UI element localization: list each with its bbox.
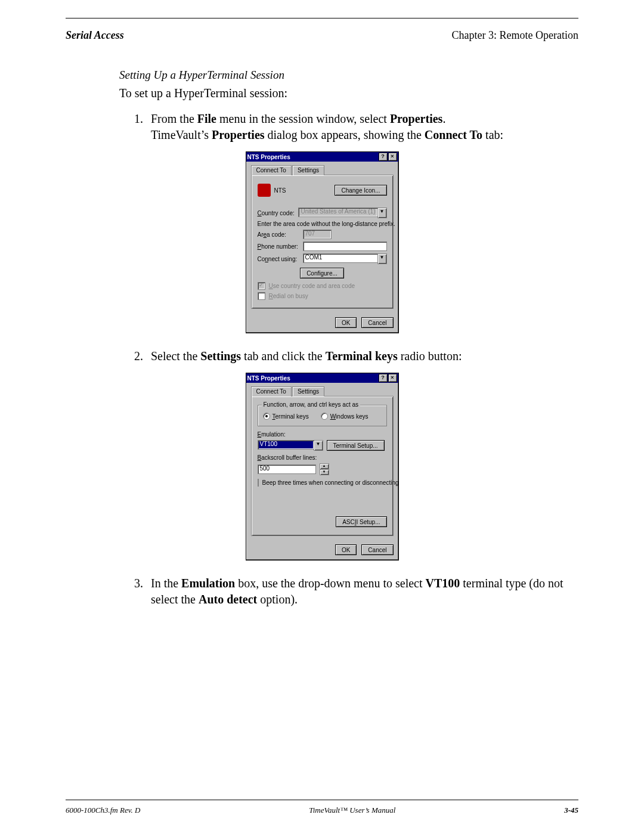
intro-text: To set up a HyperTerminal session: bbox=[119, 86, 578, 100]
backscroll-label: Backscroll buffer lines: bbox=[258, 454, 387, 461]
windows-keys-radio[interactable] bbox=[321, 413, 328, 420]
ok-button[interactable]: OK bbox=[335, 317, 357, 328]
backscroll-spinner[interactable]: ▲ ▼ bbox=[320, 463, 329, 475]
connect-using-label: Connect using: bbox=[258, 256, 299, 262]
help-icon[interactable]: ? bbox=[379, 374, 388, 382]
area-code-hint: Enter the area code without the long-dis… bbox=[258, 221, 387, 227]
step-3-body: In the Emulation box, use the drop-down … bbox=[151, 575, 578, 608]
bottom-rule bbox=[66, 800, 578, 800]
titlebar[interactable]: NTS Properties ? × bbox=[246, 152, 398, 162]
dialog-title: NTS Properties bbox=[247, 375, 290, 382]
top-rule bbox=[66, 18, 578, 18]
connection-icon bbox=[258, 184, 271, 197]
tab-settings[interactable]: Settings bbox=[292, 165, 324, 175]
tab-settings[interactable]: Settings bbox=[292, 386, 324, 397]
phone-number-input[interactable] bbox=[303, 241, 387, 251]
tab-connect-to[interactable]: Connect To bbox=[251, 165, 292, 175]
area-code-label: Area code: bbox=[258, 231, 299, 238]
tab-panel-settings: Function, arrow, and ctrl keys act as Te… bbox=[251, 396, 394, 536]
tab-panel-connect: NTS Change Icon... Country code: United … bbox=[251, 175, 394, 309]
connect-using-dropdown[interactable]: COM1 ▼ bbox=[303, 253, 387, 264]
running-header: Serial Access Chapter 3: Remote Operatio… bbox=[66, 29, 578, 42]
step-3-number: 3. bbox=[134, 575, 151, 608]
titlebar[interactable]: NTS Properties ? × bbox=[246, 373, 398, 383]
header-right: Chapter 3: Remote Operation bbox=[452, 29, 578, 42]
cancel-button[interactable]: Cancel bbox=[361, 317, 393, 328]
footer-center: TimeVault™ User’s Manual bbox=[309, 806, 395, 815]
beep-checkbox[interactable] bbox=[258, 479, 259, 487]
close-icon[interactable]: × bbox=[388, 374, 397, 382]
step-1-number: 1. bbox=[134, 111, 151, 143]
change-icon-button[interactable]: Change Icon... bbox=[335, 185, 386, 196]
terminal-setup-button[interactable]: Terminal Setup... bbox=[327, 440, 385, 451]
use-country-code-checkbox[interactable]: ✓ bbox=[258, 282, 265, 290]
close-icon[interactable]: × bbox=[388, 153, 397, 161]
properties-dialog-connect: NTS Properties ? × Connect To Settings N… bbox=[246, 151, 399, 333]
cancel-button[interactable]: Cancel bbox=[361, 544, 393, 555]
country-code-value: United States of America (1) bbox=[298, 208, 377, 217]
step-2-body: Select the Settings tab and click the Te… bbox=[151, 348, 578, 364]
ok-button[interactable]: OK bbox=[335, 544, 357, 555]
help-icon[interactable]: ? bbox=[379, 153, 388, 161]
country-code-dropdown[interactable]: United States of America (1) ▼ bbox=[298, 208, 386, 218]
spinner-down-icon[interactable]: ▼ bbox=[320, 469, 329, 475]
step-2-number: 2. bbox=[134, 348, 151, 364]
keys-groupbox: Function, arrow, and ctrl keys act as Te… bbox=[258, 405, 387, 426]
chevron-down-icon[interactable]: ▼ bbox=[314, 440, 323, 451]
section-title: Setting Up a HyperTerminal Session bbox=[119, 69, 578, 82]
step-1-body: From the File menu in the session window… bbox=[151, 111, 578, 143]
connect-using-value: COM1 bbox=[303, 253, 377, 263]
footer-left: 6000-100Ch3.fm Rev. D bbox=[66, 806, 140, 815]
area-code-input[interactable]: 707 bbox=[303, 230, 332, 239]
keys-group-legend: Function, arrow, and ctrl keys act as bbox=[262, 401, 361, 408]
use-country-code-label: Use country code and area code bbox=[269, 283, 355, 289]
windows-keys-label: Windows keys bbox=[330, 413, 369, 420]
ascii-setup-button[interactable]: ASCII Setup... bbox=[336, 516, 386, 527]
emulation-value: VT100 bbox=[258, 440, 314, 450]
chevron-down-icon[interactable]: ▼ bbox=[377, 253, 387, 264]
phone-number-label: Phone number: bbox=[258, 243, 299, 250]
dialog-title: NTS Properties bbox=[247, 154, 290, 160]
terminal-keys-label: Terminal keys bbox=[273, 413, 309, 420]
step-2: 2. Select the Settings tab and click the… bbox=[134, 348, 578, 364]
tab-connect-to[interactable]: Connect To bbox=[251, 386, 292, 397]
terminal-keys-radio[interactable] bbox=[263, 413, 270, 420]
step-1: 1. From the File menu in the session win… bbox=[134, 111, 578, 143]
page: Serial Access Chapter 3: Remote Operatio… bbox=[0, 0, 644, 833]
header-left: Serial Access bbox=[66, 29, 124, 42]
beep-label: Beep three times when connecting or disc… bbox=[262, 479, 399, 486]
connection-name: NTS bbox=[274, 187, 286, 194]
footer-page-number: 3-45 bbox=[564, 806, 578, 815]
step-3: 3. In the Emulation box, use the drop-do… bbox=[134, 575, 578, 608]
configure-button[interactable]: Configure... bbox=[300, 268, 344, 278]
emulation-label: Emulation: bbox=[258, 431, 387, 438]
backscroll-input[interactable]: 500 bbox=[258, 465, 316, 474]
tabs: Connect To Settings bbox=[251, 386, 394, 397]
tabs: Connect To Settings bbox=[251, 165, 394, 175]
spinner-up-icon[interactable]: ▲ bbox=[320, 463, 329, 469]
emulation-dropdown[interactable]: VT100 ▼ bbox=[258, 440, 323, 451]
page-footer: 6000-100Ch3.fm Rev. D TimeVault™ User’s … bbox=[66, 806, 578, 815]
country-code-label: Country code: bbox=[258, 210, 295, 216]
properties-dialog-settings: NTS Properties ? × Connect To Settings F… bbox=[246, 373, 399, 561]
redial-on-busy-checkbox[interactable] bbox=[258, 292, 265, 300]
chevron-down-icon[interactable]: ▼ bbox=[377, 208, 387, 218]
redial-on-busy-label: Redial on busy bbox=[269, 293, 308, 299]
